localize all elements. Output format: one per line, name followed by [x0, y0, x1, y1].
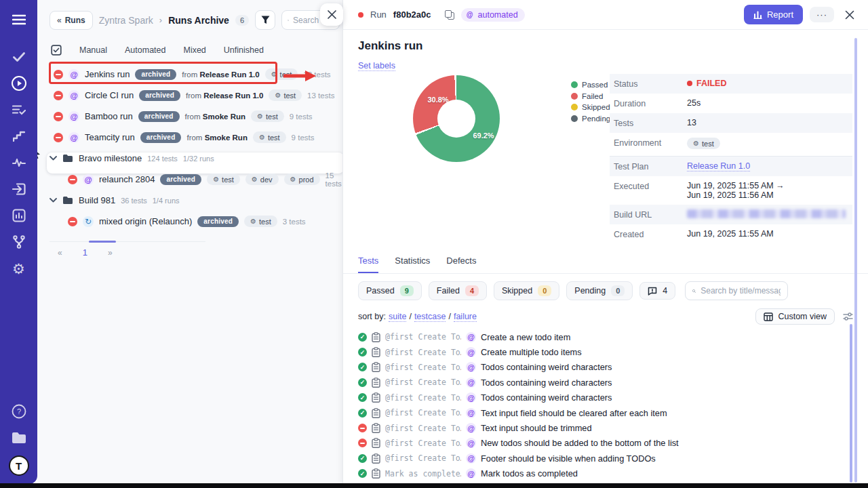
filter-pending-button[interactable]: Pending 0	[566, 281, 633, 300]
branches-icon[interactable]	[10, 233, 28, 251]
runs-play-icon[interactable]	[10, 75, 28, 92]
clipboard-icon	[372, 438, 380, 448]
current-page[interactable]: 1	[83, 247, 87, 258]
test-row[interactable]: Mark as complete… @ Mark todos as comple…	[358, 466, 868, 481]
select-all-icon[interactable]	[51, 45, 62, 56]
build-url-redacted[interactable]	[687, 209, 846, 218]
tab-automated[interactable]: Automated	[125, 45, 165, 55]
filter-failed-button[interactable]: Failed 4	[429, 281, 487, 300]
help-icon[interactable]: ?	[10, 403, 28, 420]
info-row-tests: Tests 13	[610, 113, 852, 133]
detail-tabs: Tests Statistics Defects	[343, 249, 868, 274]
view-settings-icon[interactable]	[843, 312, 853, 321]
chart-legend: Passed Failed Skipped Pending	[571, 81, 610, 123]
gear-icon: ⚙	[213, 176, 219, 183]
set-labels-link[interactable]: Set labels	[358, 61, 395, 71]
test-status-icon	[358, 378, 367, 387]
automated-run-icon: @	[68, 111, 79, 122]
run-id: f80b2a0c	[393, 9, 431, 20]
test-row[interactable]: @first Create To… @ Create a new todo it…	[358, 329, 868, 344]
settings-gear-icon[interactable]: ⚙	[10, 260, 28, 277]
tab-defects[interactable]: Defects	[446, 256, 476, 273]
pulse-icon[interactable]	[10, 154, 28, 171]
copy-icon[interactable]	[445, 10, 454, 20]
breadcrumb-project[interactable]: Zyntra Spark	[99, 15, 153, 26]
steps-icon[interactable]	[10, 127, 28, 145]
tab-mixed[interactable]: Mixed	[183, 45, 205, 55]
info-row-executed: Executed Jun 19, 2025 11:55 AM →Jun 19, …	[610, 176, 852, 205]
close-runs-panel-button[interactable]	[320, 3, 343, 26]
filter-button[interactable]	[255, 10, 275, 30]
tab-manual[interactable]: Manual	[79, 45, 107, 55]
passed-slice-label: 69.2%	[473, 131, 494, 140]
test-row[interactable]: @first Create To… @ New todos should be …	[358, 436, 868, 451]
automated-run-icon: @	[68, 132, 79, 143]
tests-list: @first Create To… @ Create a new todo it…	[343, 325, 868, 488]
gear-icon: ⚙	[693, 140, 699, 147]
report-button[interactable]: Report	[744, 5, 803, 24]
filter-skipped-button[interactable]: Skipped 0	[494, 281, 559, 300]
run-row-bamboo[interactable]: @ Bamboo run archived from Smoke Run ⚙te…	[37, 106, 342, 127]
test-row[interactable]: @first Create To… @ Todos containing wei…	[358, 390, 868, 405]
detail-scrollbar[interactable]	[854, 38, 857, 483]
run-row-mixed-origin[interactable]: ↻ mixed origin (Relaunch) archived ⚙test…	[37, 211, 342, 232]
archived-badge: archived	[140, 132, 182, 143]
folder-icon	[62, 196, 73, 205]
folder-row-build-981[interactable]: Build 981 36 tests 1/4 runs	[37, 190, 342, 211]
profile-avatar[interactable]: T	[9, 455, 29, 476]
tests-search-input[interactable]	[701, 286, 781, 296]
test-row[interactable]: @first Create To… @ Todos containing wei…	[358, 360, 868, 375]
test-row[interactable]: @first Create To… @ Footer should be vis…	[358, 451, 868, 466]
filter-passed-button[interactable]: Passed 9	[358, 281, 422, 300]
clipboard-icon	[372, 362, 380, 372]
close-detail-button[interactable]	[841, 7, 859, 22]
custom-view-button[interactable]: Custom view	[755, 308, 835, 325]
filter-comments-button[interactable]: 4	[639, 282, 675, 300]
test-row[interactable]: @first Create To… @ Text input field sho…	[358, 405, 868, 420]
runs-count-badge: 6	[235, 15, 249, 26]
env-tag: ⚙prod	[284, 174, 320, 185]
run-title: Jenkins run	[358, 39, 868, 53]
tab-unfinished[interactable]: Unfinished	[224, 45, 264, 55]
analytics-icon[interactable]	[10, 207, 28, 224]
tests-search-field[interactable]	[685, 281, 788, 300]
more-options-button[interactable]: ···	[810, 7, 834, 22]
detail-topbar: Run f80b2a0c @ automated Report ···	[343, 0, 868, 30]
run-row-jenkins[interactable]: @ Jenkins run archived from Release Run …	[37, 64, 342, 85]
clipboard-icon	[372, 408, 380, 418]
test-title: Text input should be trimmed	[481, 423, 592, 433]
next-page-button[interactable]: »	[108, 248, 113, 258]
tab-statistics[interactable]: Statistics	[395, 256, 430, 273]
folder-row-bravo-milestone[interactable]: Bravo milestone 124 tests 1/32 runs	[37, 148, 342, 169]
test-plans-icon[interactable]	[10, 101, 28, 119]
test-status-icon	[358, 363, 367, 371]
menu-icon[interactable]	[10, 11, 28, 28]
tab-tests[interactable]: Tests	[358, 256, 378, 273]
prev-page-button[interactable]: «	[58, 248, 62, 258]
env-tag: ⚙test	[207, 174, 240, 185]
sort-by-failure[interactable]: failure	[454, 312, 477, 322]
back-to-runs-button[interactable]: « Runs	[50, 11, 93, 30]
test-plan-link[interactable]: Release Run 1.0	[687, 161, 750, 171]
projects-folder-icon[interactable]	[10, 429, 28, 447]
chevron-down-icon[interactable]	[50, 156, 57, 161]
test-row[interactable]: @first Create To… @ Create multiple todo…	[358, 344, 868, 359]
env-tag: ⚙dev	[245, 174, 279, 185]
run-row-circle-ci[interactable]: @ Circle CI run archived from Release Ru…	[37, 85, 342, 106]
test-row[interactable]: @first Create To… @ Text input should be…	[358, 420, 868, 435]
test-row[interactable]: @first Create To… @ Todos containing wei…	[358, 375, 868, 390]
runs-type-tabs: Manual Automated Mixed Unfinished	[37, 30, 342, 62]
sort-by-testcase[interactable]: testcase	[414, 312, 446, 322]
failed-status-icon	[54, 70, 63, 79]
tests-check-icon[interactable]	[10, 48, 28, 66]
sort-by-suite[interactable]: suite	[389, 312, 406, 322]
import-icon[interactable]	[10, 180, 28, 198]
gear-icon: ⚙	[290, 176, 296, 183]
chevron-down-icon[interactable]	[50, 198, 57, 203]
tests-scrollbar[interactable]	[850, 324, 852, 483]
automated-icon: @	[466, 392, 476, 403]
gear-icon: ⚙	[250, 218, 256, 225]
test-suite-name: @first Create To…	[385, 424, 461, 433]
run-row-relaunch-2804[interactable]: @ relaunch 2804 archived ⚙test ⚙dev ⚙pro…	[37, 169, 342, 190]
run-row-teamcity[interactable]: @ Teamcity run archived from Smoke Run ⚙…	[37, 127, 342, 148]
